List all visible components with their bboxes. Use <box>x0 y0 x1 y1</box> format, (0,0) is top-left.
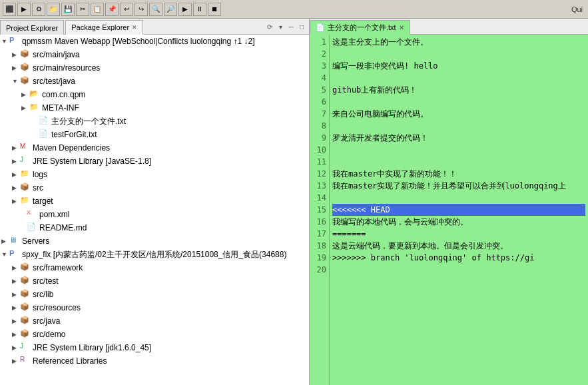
label-jre-system: JRE System Library [JavaSE-1.8] <box>33 157 151 166</box>
icon-readme: 📄 <box>27 222 37 233</box>
arrow-src-resources: ▶ <box>12 304 20 311</box>
editor-tab-main-file[interactable]: 📄 主分支的一个文件.txt ✕ <box>310 20 410 35</box>
arrow-jre-system2: ▶ <box>12 344 20 351</box>
label-spxy-fix: spxy_fix [内蒙古药监/02主干开发区/信用系统/20151008_信用… <box>22 249 286 260</box>
tree-item-jre-system2[interactable]: ▶ J JRE System Library [jdk1.6.0_45] <box>0 341 309 354</box>
project-tree[interactable]: ▼ P qpmssm Maven Webapp [WebSchool|Confl… <box>0 35 309 385</box>
tab-package-explorer[interactable]: Package Explorer ✕ <box>65 20 143 35</box>
tree-item-referenced-libraries[interactable]: ▶ R Referenced Libraries <box>0 354 309 368</box>
label-test-for-git: testForGit.txt <box>51 130 97 139</box>
tree-item-maven-deps[interactable]: ▶ M Maven Dependencies <box>0 141 309 155</box>
tree-item-jre-system[interactable]: ▶ J JRE System Library [JavaSE-1.8] <box>0 155 309 168</box>
tree-item-src[interactable]: ▶ 📦 src <box>0 181 309 194</box>
code-line-20 <box>332 264 585 276</box>
tree-item-src-main-java[interactable]: ▶ 📦 src/main/java <box>0 48 309 61</box>
tree-item-readme[interactable]: 📄 README.md <box>0 221 309 234</box>
toolbar-btn-12[interactable]: 🔎 <box>164 3 177 16</box>
tree-item-src-test[interactable]: ▶ 📦 src/test <box>0 274 309 288</box>
collapse-btn[interactable]: ▾ <box>276 23 285 32</box>
editor-area[interactable]: 1234567891011121314151617181920 这是主分支上的一… <box>310 35 588 385</box>
tree-item-com-cn-qpm[interactable]: ▶ 📂 com.cn.qpm <box>0 88 309 101</box>
code-line-18: 这是云端代码，要更新到本地。但是会引发冲突。 <box>332 240 585 252</box>
tree-item-src-framework[interactable]: ▶ 📦 src/framework <box>0 261 309 274</box>
tree-item-logs[interactable]: ▶ 📁 logs <box>0 168 309 181</box>
tree-item-target[interactable]: ▶ 📁 target <box>0 194 309 208</box>
tab-project-explorer-label: Project Explorer <box>6 24 58 32</box>
arrow-jre-system: ▶ <box>12 158 20 165</box>
toolbar-btn-15[interactable]: ⏹ <box>208 3 221 16</box>
label-com-cn-qpm: com.cn.qpm <box>42 90 85 99</box>
tab-project-explorer[interactable]: Project Explorer <box>0 20 64 35</box>
code-line-6 <box>332 96 585 108</box>
editor-content[interactable]: 这是主分支上的一个文件。 编写一段非冲突代码! hello github上有新的… <box>330 35 588 385</box>
icon-src-test: 📦 <box>20 276 31 286</box>
icon-src-framework: 📦 <box>20 262 31 273</box>
tree-item-pom-xml[interactable]: X pom.xml <box>0 208 309 221</box>
code-line-14 <box>332 192 585 204</box>
tree-item-test-for-git[interactable]: 📄 testForGit.txt <box>0 128 309 141</box>
tree-item-src-test-java[interactable]: ▼ 📦 src/test/java <box>0 75 309 88</box>
arrow-src-main-resources: ▶ <box>12 65 20 71</box>
toolbar-btn-3[interactable]: ⚙ <box>32 3 45 16</box>
arrow-com-cn-qpm: ▶ <box>21 91 29 98</box>
left-tab-bar: Project Explorer Package Explorer ✕ ⟳ ▾ … <box>0 19 309 35</box>
toolbar-btn-5[interactable]: 💾 <box>61 3 75 16</box>
max-btn[interactable]: □ <box>297 23 306 32</box>
line-number-14: 14 <box>310 192 329 204</box>
editor-tab-label: 主分支的一个文件.txt <box>328 23 396 33</box>
label-root: qpmssm Maven Webapp [WebSchool|Conflicts… <box>22 37 255 46</box>
arrow-src-lib: ▶ <box>12 291 20 298</box>
toolbar: ⬛ ▶ ⚙ 📁 💾 ✂ 📋 📌 ↩ ↪ 🔍 🔎 ▶ ⏸ ⏹ Qui <box>0 0 588 19</box>
label-maven-deps: Maven Dependencies <box>33 143 110 153</box>
toolbar-btn-7[interactable]: 📋 <box>91 3 104 16</box>
toolbar-btn-4[interactable]: 📁 <box>47 3 60 16</box>
min-btn[interactable]: ─ <box>286 23 296 32</box>
line-number-6: 6 <box>310 96 329 108</box>
line-number-11: 11 <box>310 156 329 168</box>
label-src-framework: src/framework <box>33 263 83 272</box>
tree-item-src-resources[interactable]: ▶ 📦 src/resources <box>0 301 309 314</box>
label-referenced-libraries: Referenced Libraries <box>33 356 107 366</box>
tree-item-meta-inf[interactable]: ▶ 📁 META-INF <box>0 101 309 115</box>
toolbar-btn-8[interactable]: 📌 <box>105 3 119 16</box>
tab-package-explorer-close[interactable]: ✕ <box>132 24 137 31</box>
icon-src-test-java: 📦 <box>20 76 31 87</box>
icon-servers: 🖥 <box>9 236 20 246</box>
tree-item-src-lib[interactable]: ▶ 📦 src/lib <box>0 288 309 301</box>
toolbar-btn-13[interactable]: ▶ <box>178 3 192 16</box>
arrow-src-test: ▶ <box>12 278 20 284</box>
editor-tab-close[interactable]: ✕ <box>399 24 404 31</box>
line-numbers: 1234567891011121314151617181920 <box>310 35 330 385</box>
code-line-10 <box>332 144 585 156</box>
tree-item-main-file[interactable]: 📄 主分支的一个文件.txt <box>0 115 309 128</box>
arrow-meta-inf: ▶ <box>21 105 29 111</box>
editor-tab-icon: 📄 <box>316 23 325 32</box>
tree-item-root[interactable]: ▼ P qpmssm Maven Webapp [WebSchool|Confl… <box>0 35 309 48</box>
label-src-lib: src/lib <box>33 290 53 299</box>
left-panel: Project Explorer Package Explorer ✕ ⟳ ▾ … <box>0 19 310 385</box>
icon-meta-inf: 📁 <box>29 103 40 113</box>
toolbar-btn-11[interactable]: 🔍 <box>149 3 162 16</box>
code-line-8 <box>332 120 585 132</box>
tree-item-src-demo[interactable]: ▶ 📦 src/demo <box>0 328 309 341</box>
tab-bar-actions: ⟳ ▾ ─ □ <box>262 20 309 34</box>
code-line-1: 这是主分支上的一个文件。 <box>332 36 585 48</box>
code-line-12: 我在master中实现了新的功能！！ <box>332 168 585 180</box>
tree-item-spxy-fix[interactable]: ▼ P spxy_fix [内蒙古药监/02主干开发区/信用系统/2015100… <box>0 248 309 261</box>
code-line-4 <box>332 72 585 84</box>
sync-btn[interactable]: ⟳ <box>265 23 274 32</box>
tree-item-src-main-resources[interactable]: ▶ 📦 src/main/resources <box>0 61 309 75</box>
label-src-java: src/java <box>33 316 60 326</box>
icon-src-demo: 📦 <box>20 329 31 340</box>
tree-item-src-java[interactable]: ▶ 📦 src/java <box>0 314 309 328</box>
toolbar-btn-14[interactable]: ⏸ <box>193 3 206 16</box>
toolbar-btn-2[interactable]: ▶ <box>17 3 31 16</box>
toolbar-btn-6[interactable]: ✂ <box>76 3 89 16</box>
code-line-5: github上有新的代码！ <box>332 84 585 96</box>
arrow-src-test-java: ▼ <box>12 78 20 85</box>
toolbar-btn-10[interactable]: ↪ <box>135 3 148 16</box>
tree-item-servers[interactable]: ▶ 🖥 Servers <box>0 234 309 248</box>
toolbar-btn-9[interactable]: ↩ <box>120 3 133 16</box>
code-line-17: ======= <box>332 228 585 240</box>
toolbar-btn-1[interactable]: ⬛ <box>3 3 16 16</box>
